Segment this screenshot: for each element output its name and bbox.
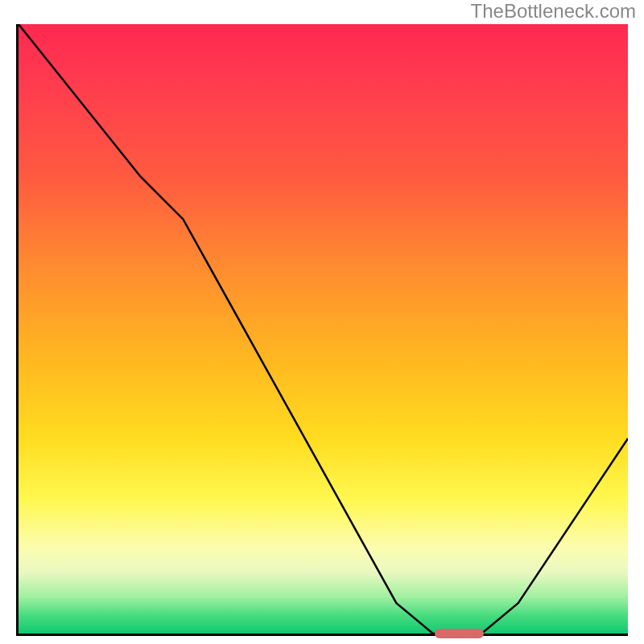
bottleneck-curve-path (19, 24, 628, 634)
chart-plot-area (16, 24, 628, 636)
optimal-range-marker (435, 629, 484, 638)
bottleneck-curve-svg (19, 24, 628, 634)
watermark: TheBottleneck.com (471, 0, 636, 23)
